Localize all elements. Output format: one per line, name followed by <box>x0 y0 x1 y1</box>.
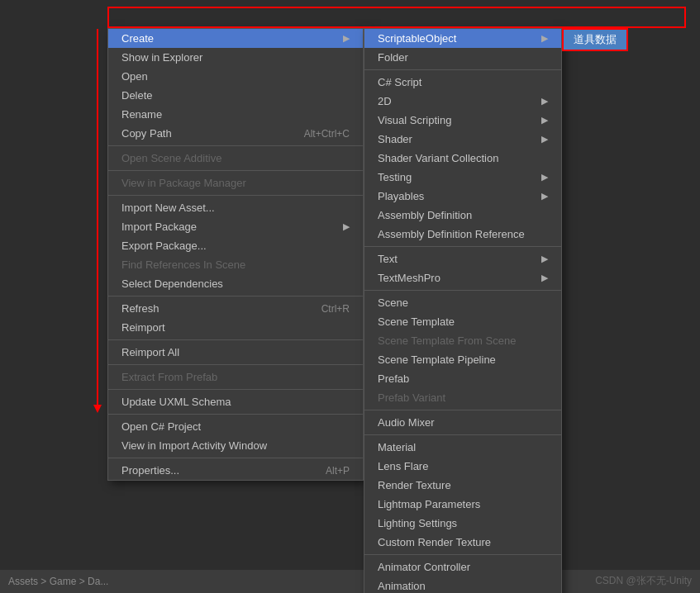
menu-item-label: View in Import Activity Window <box>121 439 267 452</box>
menu-item-label: Shader <box>378 133 412 145</box>
menu-item-render-texture[interactable]: Render Texture <box>364 476 561 495</box>
separator <box>108 414 363 415</box>
menu-item-testing[interactable]: Testing ▶ <box>364 168 561 187</box>
menu-item-custom-render-texture[interactable]: Custom Render Texture <box>364 533 561 552</box>
menu-item-csharp-script[interactable]: C# Script <box>364 73 561 92</box>
separator <box>108 195 363 196</box>
menu-item-scene-template-pipeline[interactable]: Scene Template Pipeline <box>364 350 561 369</box>
menu-item-lightmap-params[interactable]: Lightmap Parameters <box>364 495 561 514</box>
separator <box>108 145 363 146</box>
menu-item-shader[interactable]: Shader ▶ <box>364 130 561 149</box>
menu-item-scriptable-object[interactable]: ScriptableObject ▶ <box>364 29 561 48</box>
submenu-arrow: ▶ <box>343 221 350 232</box>
menu-item-label: Update UXML Schema <box>121 396 231 408</box>
menu-item-properties[interactable]: Properties... Alt+P <box>108 461 363 480</box>
submenu-arrow: ▶ <box>541 96 548 107</box>
menu-item-shortcut: Alt+P <box>326 465 350 477</box>
menu3-label: 道具数据 <box>574 33 617 45</box>
menu-item-label: Scene Template From Scene <box>378 334 516 347</box>
menu-item-label: Find References In Scene <box>121 259 245 271</box>
separator <box>108 458 363 458</box>
menu-item-show-explorer[interactable]: Show in Explorer <box>108 48 363 67</box>
submenu-arrow: ▶ <box>541 191 548 202</box>
submenu-arrow: ▶ <box>541 273 548 283</box>
menu-item-textmeshpro[interactable]: TextMeshPro ▶ <box>364 268 561 287</box>
menu-item-open[interactable]: Open <box>108 67 363 86</box>
red-arrow-head <box>93 405 102 413</box>
menu-item-scene-template[interactable]: Scene Template <box>364 312 561 331</box>
menu-item-label: Import New Asset... <box>121 202 215 214</box>
menu-item-folder[interactable]: Folder <box>364 48 561 67</box>
menu-item-label: Playables <box>378 190 424 202</box>
menu-item-lighting-settings[interactable]: Lighting Settings <box>364 514 561 533</box>
menu-item-import-new-asset[interactable]: Import New Asset... <box>108 198 363 217</box>
menu-item-rename[interactable]: Rename <box>108 105 363 124</box>
menu-item-label: Scene Template Pipeline <box>378 353 496 366</box>
menu-item-scene[interactable]: Scene <box>364 293 561 312</box>
menu-item-label: Assembly Definition Reference <box>378 228 525 240</box>
separator <box>364 290 561 291</box>
menu-item-create[interactable]: Create ▶ <box>108 29 363 48</box>
menu-item-find-references: Find References In Scene <box>108 255 363 274</box>
menu-item-label: Folder <box>378 51 408 64</box>
menu-item-assembly-definition-ref[interactable]: Assembly Definition Reference <box>364 225 561 244</box>
menu-item-label: Animator Controller <box>378 561 470 573</box>
menu-item-material[interactable]: Material <box>364 438 561 457</box>
menu-item-prefab-variant: Prefab Variant <box>364 388 561 407</box>
menu-item-label: Refresh <box>121 302 160 315</box>
menu-item-label: Import Package <box>121 221 197 233</box>
separator <box>364 69 561 70</box>
menu-item-animation[interactable]: Animation <box>364 576 561 593</box>
menu-item-label: Animation <box>378 580 426 592</box>
menu-item-open-csharp[interactable]: Open C# Project <box>108 417 363 436</box>
context-menu-level3-header: 道具数据 <box>562 28 628 51</box>
menu-item-label: Audio Mixer <box>378 416 435 429</box>
menu-item-visual-scripting[interactable]: Visual Scripting ▶ <box>364 111 561 130</box>
menu-item-refresh[interactable]: Refresh Ctrl+R <box>108 299 363 318</box>
menu-item-select-dependencies[interactable]: Select Dependencies <box>108 274 363 293</box>
menu-item-label: Open <box>121 70 148 83</box>
menu-item-label: Open C# Project <box>121 420 201 433</box>
red-arrow-line <box>97 29 98 409</box>
menu-item-animator-controller[interactable]: Animator Controller <box>364 557 561 576</box>
separator <box>108 389 363 390</box>
menu-item-lens-flare[interactable]: Lens Flare <box>364 457 561 476</box>
separator <box>108 296 363 296</box>
menu-item-label: Assembly Definition <box>378 209 472 221</box>
submenu-arrow: ▶ <box>541 33 548 44</box>
menu-item-view-import-activity[interactable]: View in Import Activity Window <box>108 436 363 455</box>
menu-item-label: Shader Variant Collection <box>378 152 498 164</box>
menu-item-shortcut: Alt+Ctrl+C <box>304 128 350 140</box>
menu-item-label: Show in Explorer <box>121 51 202 64</box>
menu-item-label: Prefab <box>378 372 409 385</box>
menu-item-audio-mixer[interactable]: Audio Mixer <box>364 413 561 432</box>
menu-item-playables[interactable]: Playables ▶ <box>364 187 561 206</box>
menu-item-label: Lightmap Parameters <box>378 498 480 510</box>
menu-item-reimport-all[interactable]: Reimport All <box>108 343 363 362</box>
menu-item-label: Custom Render Texture <box>378 536 491 548</box>
separator <box>364 434 561 435</box>
menu-item-import-package[interactable]: Import Package ▶ <box>108 217 363 236</box>
menu-item-delete[interactable]: Delete <box>108 86 363 105</box>
menu-item-reimport[interactable]: Reimport <box>108 318 363 337</box>
menu-item-update-uxml[interactable]: Update UXML Schema <box>108 392 363 411</box>
menu-item-label: 2D <box>378 95 392 107</box>
menu-item-text[interactable]: Text ▶ <box>364 249 561 268</box>
menu-item-label: Prefab Variant <box>378 391 445 404</box>
watermark-text: CSDN @张不无-Unity <box>595 574 692 588</box>
menu-item-label: Create <box>121 32 154 45</box>
menu-item-label: Material <box>378 441 416 453</box>
breadcrumb: Assets > Game > Da... <box>8 576 108 587</box>
menu-item-prefab[interactable]: Prefab <box>364 369 561 388</box>
submenu-arrow: ▶ <box>541 254 548 264</box>
menu-item-view-package-manager: View in Package Manager <box>108 173 363 192</box>
menu-item-label: Delete <box>121 89 153 102</box>
menu-item-shader-variant[interactable]: Shader Variant Collection <box>364 149 561 168</box>
menu-item-open-scene-additive: Open Scene Additive <box>108 149 363 168</box>
menu-item-export-package[interactable]: Export Package... <box>108 236 363 255</box>
menu-item-copy-path[interactable]: Copy Path Alt+Ctrl+C <box>108 124 363 143</box>
menu-item-2d[interactable]: 2D ▶ <box>364 92 561 111</box>
menu-item-extract-prefab: Extract From Prefab <box>108 368 363 387</box>
menu-item-label: Scene Template <box>378 315 455 328</box>
menu-item-assembly-definition[interactable]: Assembly Definition <box>364 206 561 225</box>
